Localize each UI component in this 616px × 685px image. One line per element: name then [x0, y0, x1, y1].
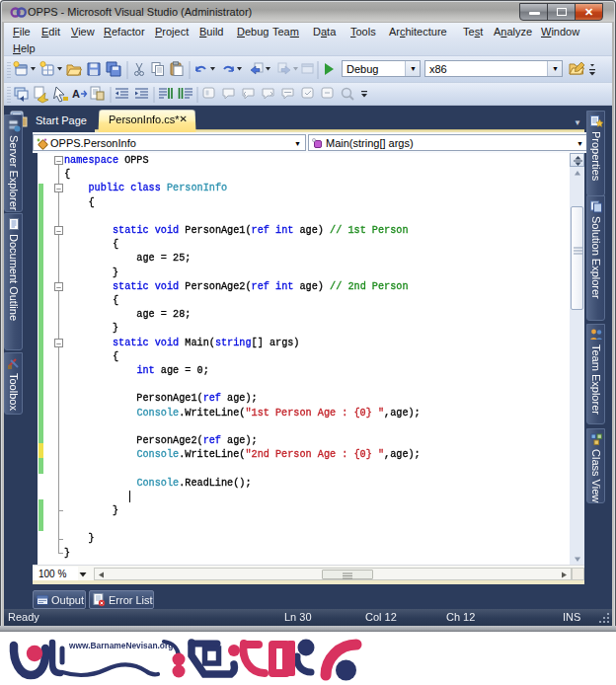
svg-text:www.BarnameNevisan.org: www.BarnameNevisan.org — [68, 641, 173, 650]
svg-text:A: A — [72, 88, 80, 100]
